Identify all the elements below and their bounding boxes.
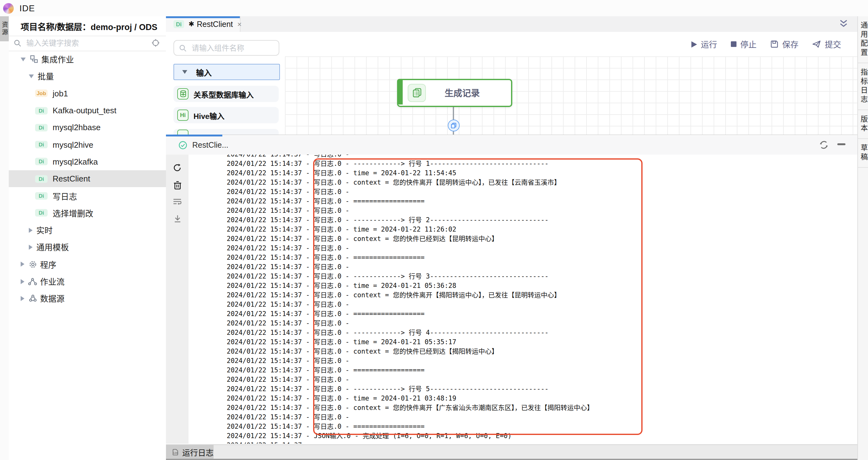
active-tab-indicator xyxy=(166,16,240,18)
run-button[interactable]: 运行 xyxy=(691,38,717,50)
project-layer-value: demo-proj / ODS xyxy=(91,22,157,32)
caret-right-icon[interactable] xyxy=(29,245,33,250)
badge-di: Di xyxy=(35,158,48,166)
tree-item-label: mysql2hbase xyxy=(53,123,100,132)
tree-item-Kafka-output_test[interactable]: DiKafka-output_test xyxy=(9,102,166,119)
run-log-tab[interactable]: LOG 运行日志 xyxy=(166,445,214,459)
log-line: 2024/01/22 15:14:37 - 写日志.0 - xyxy=(227,187,857,196)
component-card-关系型数据库输入[interactable]: 关系型数据库输入 xyxy=(174,86,279,102)
stop-icon xyxy=(731,41,737,47)
status-bar: LOG 运行日志 xyxy=(166,445,857,459)
tree-item-mysql2hbase[interactable]: Dimysql2hbase xyxy=(9,119,166,136)
tree-item-实时[interactable]: 实时 xyxy=(9,222,166,239)
component-card-Hive输入[interactable]: HiHive输入 xyxy=(174,107,279,123)
tree-item-通用模板[interactable]: 通用模板 xyxy=(9,239,166,256)
node-label: 生成记录 xyxy=(426,87,498,99)
sync-icon[interactable] xyxy=(819,140,829,150)
tree-item-label: mysql2kafka xyxy=(53,157,98,166)
log-panel-title: RestClie... xyxy=(192,141,228,150)
tree-item-程序[interactable]: 程序 xyxy=(9,256,166,273)
double-chevron-down-icon[interactable] xyxy=(839,20,848,28)
word-wrap-icon[interactable] xyxy=(173,198,182,206)
tree-item-批量[interactable]: 批量 xyxy=(9,68,166,85)
log-line: 2024/01/22 15:14:37 - 写日志.0 - xyxy=(227,299,857,309)
tree-item-label: Kafka-output_test xyxy=(53,106,117,115)
tree-item-label: RestClient xyxy=(53,174,90,184)
minimize-icon[interactable] xyxy=(837,143,845,145)
log-line: 2024/01/22 15:14:37 - 写日志.0 - context = … xyxy=(227,177,857,187)
caret-down-icon xyxy=(182,70,187,74)
close-icon[interactable]: × xyxy=(237,20,242,29)
run-log-label: 运行日志 xyxy=(182,446,214,458)
section-input-header[interactable]: 输入 xyxy=(174,64,280,80)
tree-item-mysql2kafka[interactable]: Dimysql2kafka xyxy=(9,153,166,170)
top-bar: IDE xyxy=(0,0,868,17)
log-output[interactable]: 2024/01/22 15:14:37 - 写日志.0 -2024/01/22 … xyxy=(188,155,857,444)
locate-crosshair-icon[interactable] xyxy=(152,39,160,47)
tree-item-数据源[interactable]: 数据源 xyxy=(9,290,166,307)
resource-tab[interactable]: 资源 xyxy=(0,16,9,41)
component-search-input[interactable] xyxy=(190,43,271,53)
tree-item-集成作业[interactable]: 集成作业 xyxy=(9,51,166,68)
log-line: 2024/01/22 15:14:37 - JSON输入.0 - 完成处理 (I… xyxy=(227,431,857,440)
tab-title: RestClient xyxy=(197,20,232,29)
tree-item-写日志[interactable]: Di写日志 xyxy=(9,188,166,205)
caret-down-icon[interactable] xyxy=(29,74,34,78)
component-card-clipped[interactable] xyxy=(174,129,279,135)
submit-button[interactable]: 提交 xyxy=(812,38,841,50)
log-line: 2024/01/22 15:14:37 - 写日志.0 - ----------… xyxy=(227,159,857,168)
badge-job: Job xyxy=(35,90,48,97)
rail-tab-通用配置[interactable]: 通用配置 xyxy=(858,16,868,63)
connector-port-icon[interactable] xyxy=(448,119,460,131)
rail-tab-指标日志[interactable]: 指标日志 xyxy=(858,63,868,110)
editor-tab-strip xyxy=(166,16,857,33)
log-toolbar xyxy=(166,155,188,444)
save-button[interactable]: 保存 xyxy=(770,38,799,50)
tree-item-RestClient[interactable]: DiRestClient xyxy=(9,170,166,188)
badge-di: Di xyxy=(35,124,48,131)
dirty-marker: ✱ xyxy=(188,20,194,28)
component-search xyxy=(174,40,279,56)
node-generate-records[interactable]: 生成记录 xyxy=(397,79,512,107)
rail-tab-版本[interactable]: 版本 xyxy=(858,110,868,139)
sidebar-header: 项目名称/数据层：demo-proj / ODS xyxy=(9,16,166,36)
project-tree: 集成作业批量Jobjob1DiKafka-output_testDimysql2… xyxy=(9,51,166,314)
tree-item-label: 通用模板 xyxy=(36,241,69,253)
badge-di: Di xyxy=(35,175,48,183)
tab-restclient[interactable]: Di ✱ RestClient × xyxy=(166,16,241,32)
dag-canvas[interactable] xyxy=(285,56,857,135)
caret-right-icon[interactable] xyxy=(29,228,33,232)
log-line: 2024/01/22 15:14:37 - 写日志.0 - time = 202… xyxy=(227,224,857,234)
tree-item-label: 作业流 xyxy=(40,275,64,287)
rail-tab-草稿[interactable]: 草稿 xyxy=(858,139,868,168)
caret-right-icon[interactable] xyxy=(21,279,24,284)
tree-item-mysql2hive[interactable]: Dimysql2hive xyxy=(9,136,166,153)
tree-item-job1[interactable]: Jobjob1 xyxy=(9,85,166,102)
sidebar-search-input[interactable] xyxy=(25,38,140,48)
stop-button[interactable]: 停止 xyxy=(731,38,756,50)
log-line: 2024/01/22 15:14:37 - 写日志.0 - ----------… xyxy=(227,384,857,393)
tree-item-label: 集成作业 xyxy=(41,53,74,65)
log-line: 2024/01/22 15:14:37 - 写日志.0 - ==========… xyxy=(227,309,857,318)
scroll-to-bottom-icon[interactable] xyxy=(173,215,181,223)
caret-down-icon[interactable] xyxy=(21,57,26,61)
log-line: 2024/01/22 15:14:37 - 写日志.0 - ==========… xyxy=(227,253,857,262)
clear-trash-icon[interactable] xyxy=(173,181,181,190)
log-line: 2024/01/22 15:14:37 - 写日志.0 - ==========… xyxy=(227,422,857,431)
component-label: 关系型数据库输入 xyxy=(193,89,254,99)
caret-right-icon[interactable] xyxy=(21,262,24,267)
search-icon xyxy=(14,39,21,47)
app-title: IDE xyxy=(20,3,35,13)
log-line: 2024/01/22 15:14:37 - 写日志.0 - ==========… xyxy=(227,365,857,374)
log-line: 2024/01/22 15:14:37 - 写日志.0 - context = … xyxy=(227,403,857,412)
hive-icon: Hi xyxy=(177,109,188,121)
tree-item-作业流[interactable]: 作业流 xyxy=(9,273,166,290)
refresh-icon[interactable] xyxy=(173,163,182,172)
tree-item-label: mysql2hive xyxy=(53,140,93,149)
tree-item-选择增删改[interactable]: Di选择增删改 xyxy=(9,204,166,222)
run-icon xyxy=(691,41,697,47)
caret-right-icon[interactable] xyxy=(21,296,24,301)
log-file-icon: LOG xyxy=(172,448,179,456)
log-line: 2024/01/22 15:14:37 - 写日志.0 - xyxy=(227,155,857,159)
log-line: 2024/01/22 15:14:37 - 写日志.0 - xyxy=(227,243,857,253)
